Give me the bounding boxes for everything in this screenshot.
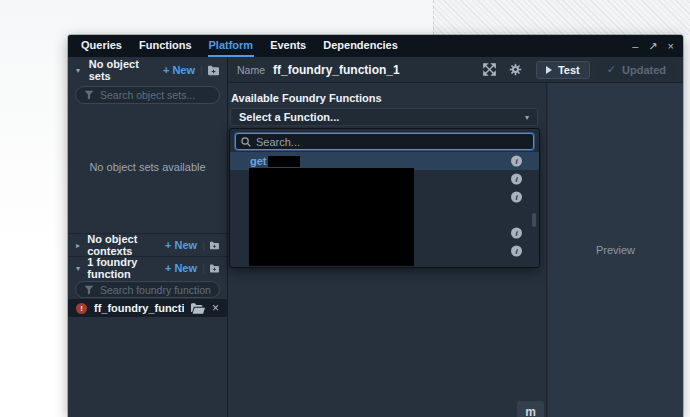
- info-icon[interactable]: i: [511, 192, 522, 203]
- divider: |: [200, 64, 203, 76]
- background-striped-region: [433, 0, 690, 35]
- scrollbar-thumb[interactable]: [532, 213, 536, 227]
- foundry-function-name: ff_foundry_function_1: [94, 302, 184, 314]
- app-window: Queries Functions Platform Events Depend…: [68, 35, 683, 417]
- function-name-value: ff_foundry_function_1: [273, 63, 400, 77]
- info-icon[interactable]: i: [511, 246, 522, 257]
- available-functions-title: Available Foundry Functions: [231, 92, 382, 104]
- info-icon[interactable]: i: [511, 156, 522, 167]
- new-folder-icon[interactable]: [210, 263, 219, 274]
- divider: |: [202, 239, 205, 251]
- object-sets-empty-message: No object sets available: [68, 161, 227, 173]
- divider: |: [202, 262, 205, 274]
- filter-icon: [84, 90, 94, 100]
- left-sidebar: ▾ No object sets + New | No object sets …: [68, 57, 228, 417]
- close-icon[interactable]: ×: [212, 302, 219, 314]
- object-sets-title: No object sets: [89, 58, 153, 82]
- foundry-functions-section-header[interactable]: ▾ 1 foundry function + New |: [68, 256, 227, 279]
- name-label: Name: [237, 64, 265, 76]
- tab-queries[interactable]: Queries: [80, 35, 123, 57]
- info-icon[interactable]: i: [511, 174, 522, 185]
- preview-label: Preview: [596, 244, 635, 256]
- redaction-box: [249, 168, 414, 266]
- info-icon[interactable]: i: [511, 228, 522, 239]
- top-tab-bar: Queries Functions Platform Events Depend…: [68, 35, 683, 57]
- function-select-popover: get i i i: [229, 128, 540, 268]
- foundry-functions-search[interactable]: [75, 281, 220, 298]
- chevron-down-icon[interactable]: ▾: [76, 264, 82, 273]
- search-icon: [241, 137, 251, 147]
- chevron-right-icon[interactable]: ▸: [76, 241, 82, 250]
- m-logo-badge[interactable]: m: [517, 401, 544, 417]
- error-icon: !: [76, 303, 87, 314]
- desktop: Queries Functions Platform Events Depend…: [0, 0, 690, 417]
- maximize-icon[interactable]: ↗: [648, 41, 657, 52]
- new-foundry-function-button[interactable]: + New: [165, 262, 197, 274]
- updated-status-button[interactable]: ✓ Updated: [598, 61, 675, 79]
- minimize-icon[interactable]: –: [632, 41, 638, 52]
- play-icon: [546, 66, 552, 74]
- new-object-context-button[interactable]: + New: [165, 239, 197, 251]
- new-object-set-button[interactable]: + New: [163, 64, 195, 76]
- window-controls: – ↗ ×: [632, 35, 683, 57]
- chevron-down-icon: ▾: [525, 113, 529, 122]
- close-icon[interactable]: ×: [668, 41, 674, 52]
- function-search-box[interactable]: [235, 133, 534, 150]
- filter-icon: [84, 285, 94, 295]
- new-folder-icon[interactable]: [208, 65, 219, 76]
- chevron-down-icon[interactable]: ▾: [76, 66, 84, 75]
- object-sets-section-header[interactable]: ▾ No object sets + New |: [68, 57, 227, 83]
- gear-icon[interactable]: [509, 63, 522, 76]
- tab-platform[interactable]: Platform: [208, 35, 255, 57]
- object-contexts-section-header[interactable]: ▸ No object contexts + New |: [68, 233, 227, 256]
- function-editor-pane: Available Foundry Functions Select a Fun…: [228, 83, 547, 417]
- tab-events[interactable]: Events: [269, 35, 307, 57]
- redaction-box: [268, 156, 300, 167]
- tab-dependencies[interactable]: Dependencies: [322, 35, 399, 57]
- object-sets-search-input[interactable]: [100, 89, 211, 101]
- function-select-dropdown[interactable]: Select a Function... ▾: [230, 108, 538, 126]
- test-button[interactable]: Test: [536, 61, 590, 79]
- check-icon: ✓: [607, 63, 616, 76]
- function-search-input[interactable]: [256, 136, 528, 148]
- preview-pane: Preview: [548, 83, 683, 417]
- foundry-functions-title: 1 foundry function: [87, 256, 155, 280]
- function-toolbar: Name ff_foundry_function_1 Test ✓ Update…: [228, 57, 683, 83]
- new-folder-icon[interactable]: [210, 240, 219, 251]
- object-sets-search[interactable]: [75, 86, 220, 104]
- folder-open-icon[interactable]: [191, 303, 205, 314]
- send-to-graph-icon[interactable]: [483, 63, 496, 76]
- foundry-functions-search-input[interactable]: [100, 284, 211, 296]
- tab-functions[interactable]: Functions: [138, 35, 193, 57]
- object-contexts-title: No object contexts: [87, 233, 155, 257]
- foundry-function-list-item[interactable]: ! ff_foundry_function_1 ×: [68, 299, 227, 317]
